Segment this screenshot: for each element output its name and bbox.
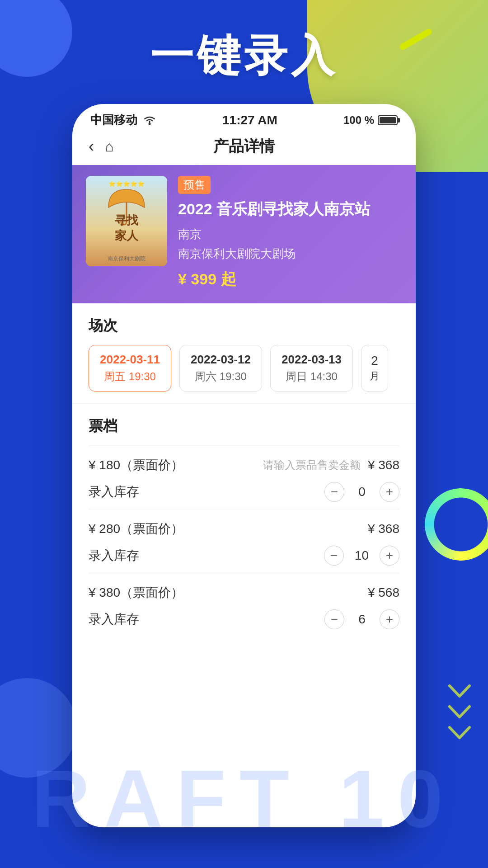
product-banner: ⭐⭐⭐⭐⭐ 寻找家人 南京保利大剧院 预售 2022 音乐剧寻找家人南京站 南京… <box>72 165 416 303</box>
status-right: 100 % <box>343 114 398 127</box>
arrow-down-3 <box>447 725 472 741</box>
tab-1-day: 周六 19:30 <box>191 369 251 384</box>
poster-bottom: 南京保利大剧院 <box>86 255 167 263</box>
ticket-2-face-price: ¥ 380（票面价） <box>89 584 183 601</box>
ticket-1-value: 10 <box>355 548 369 563</box>
ticket-1-plus-button[interactable]: + <box>380 546 399 566</box>
back-button[interactable]: ‹ <box>89 137 94 156</box>
ticket-2-minus-button[interactable]: − <box>324 609 344 629</box>
date-tab-0[interactable]: 2022-03-11 周五 19:30 <box>89 345 171 392</box>
ticket-2-inventory-label: 录入库存 <box>89 611 139 628</box>
product-city: 南京 <box>178 226 402 242</box>
donut-decoration <box>425 488 488 561</box>
ticket-1-inventory-label: 录入库存 <box>89 547 139 564</box>
poster-text: 寻找家人 <box>86 213 167 244</box>
ticket-0-price-value[interactable]: ¥ 368 <box>368 458 399 472</box>
svg-point-0 <box>149 123 151 125</box>
ticket-0-minus-button[interactable]: − <box>324 482 344 502</box>
ticket-row-1: ¥ 280（票面价） ¥ 368 录入库存 − 10 + <box>89 509 399 573</box>
ticket-1-face-price: ¥ 280（票面价） <box>89 520 183 538</box>
date-tab-2[interactable]: 2022-03-13 周日 14:30 <box>270 345 353 392</box>
ticket-0-stepper: − 0 + <box>324 482 399 502</box>
product-poster: ⭐⭐⭐⭐⭐ 寻找家人 南京保利大剧院 <box>86 176 167 266</box>
battery-fill <box>380 117 396 123</box>
raft-text: RAFT 10 <box>32 753 456 844</box>
hero-title: 一键录入 <box>0 27 488 86</box>
arrow-down-1 <box>447 684 472 700</box>
ticket-0-face-price: ¥ 180（票面价） <box>89 457 183 474</box>
tab-2-date: 2022-03-13 <box>282 353 342 367</box>
ticket-row-0: ¥ 180（票面价） 请输入票品售卖金额 ¥ 368 录入库存 − 0 + <box>89 445 399 509</box>
poster-content: ⭐⭐⭐⭐⭐ 寻找家人 南京保利大剧院 <box>86 176 167 266</box>
ticket-1-minus-button[interactable]: − <box>324 546 344 566</box>
tab-0-date: 2022-03-11 <box>100 353 160 367</box>
ticket-2-value: 6 <box>355 612 369 627</box>
date-tab-1[interactable]: 2022-03-12 周六 19:30 <box>179 345 262 392</box>
status-bar: 中国移动 11:27 AM 100 % <box>72 104 416 132</box>
status-time: 11:27 AM <box>222 113 277 127</box>
arrow-decorations <box>447 684 472 741</box>
product-price: ¥ 399 起 <box>178 269 402 290</box>
product-title: 2022 音乐剧寻找家人南京站 <box>178 198 402 220</box>
ticket-inventory-row-0: 录入库存 − 0 + <box>89 482 399 502</box>
ticket-0-value: 0 <box>355 485 369 499</box>
ticket-0-sell-price: 请输入票品售卖金额 ¥ 368 <box>263 458 399 472</box>
ticket-price-row-0: ¥ 180（票面价） 请输入票品售卖金额 ¥ 368 <box>89 457 399 474</box>
wifi-icon <box>143 115 156 126</box>
date-tab-partial[interactable]: 2月 <box>361 345 388 392</box>
product-venue: 南京保利大剧院大剧场 <box>178 246 402 262</box>
ticket-price-row-2: ¥ 380（票面价） ¥ 568 <box>89 584 399 601</box>
phone-mockup: 中国移动 11:27 AM 100 % ‹ ⌂ 产品详情 ⭐⭐⭐ <box>72 104 416 827</box>
tab-1-date: 2022-03-12 <box>191 353 251 367</box>
tab-0-day: 周五 19:30 <box>100 369 160 384</box>
ticket-2-plus-button[interactable]: + <box>380 609 399 629</box>
page-title: 产品详情 <box>213 136 275 157</box>
ticket-1-sell-price: ¥ 368 <box>368 522 399 536</box>
ticket-row-2: ¥ 380（票面价） ¥ 568 录入库存 − 6 + <box>89 573 399 637</box>
ticket-inventory-row-1: 录入库存 − 10 + <box>89 546 399 566</box>
sessions-section: 场次 2022-03-11 周五 19:30 2022-03-12 周六 19:… <box>72 303 416 404</box>
presale-badge: 预售 <box>178 176 211 194</box>
date-tabs: 2022-03-11 周五 19:30 2022-03-12 周六 19:30 … <box>89 345 399 394</box>
ticket-inventory-row-2: 录入库存 − 6 + <box>89 609 399 629</box>
tickets-title: 票档 <box>89 416 399 445</box>
nav-bar: ‹ ⌂ 产品详情 <box>72 132 416 165</box>
ticket-1-stepper: − 10 + <box>324 546 399 566</box>
ticket-2-stepper: − 6 + <box>324 609 399 629</box>
ticket-2-price-value[interactable]: ¥ 568 <box>368 585 399 600</box>
home-button[interactable]: ⌂ <box>105 138 113 155</box>
ticket-1-price-value[interactable]: ¥ 368 <box>368 522 399 536</box>
arrow-down-2 <box>447 704 472 721</box>
tickets-section: 票档 ¥ 180（票面价） 请输入票品售卖金额 ¥ 368 录入库存 − 0 + <box>72 404 416 637</box>
product-info: 预售 2022 音乐剧寻找家人南京站 南京 南京保利大剧院大剧场 ¥ 399 起 <box>178 176 402 290</box>
battery-icon <box>378 115 398 125</box>
carrier-label: 中国移动 <box>90 112 137 128</box>
ticket-0-plus-button[interactable]: + <box>380 482 399 502</box>
ticket-0-inventory-label: 录入库存 <box>89 483 139 500</box>
tab-2-day: 周日 14:30 <box>282 369 342 384</box>
status-left: 中国移动 <box>90 112 156 128</box>
tab-partial-label: 2月 <box>370 354 380 383</box>
ticket-2-sell-price: ¥ 568 <box>368 585 399 600</box>
battery-percent: 100 % <box>343 114 374 127</box>
sessions-title: 场次 <box>89 316 399 336</box>
ticket-price-row-1: ¥ 280（票面价） ¥ 368 <box>89 520 399 538</box>
ticket-0-placeholder: 请输入票品售卖金额 <box>263 458 361 472</box>
raft-footer: RAFT 10 <box>0 752 488 845</box>
